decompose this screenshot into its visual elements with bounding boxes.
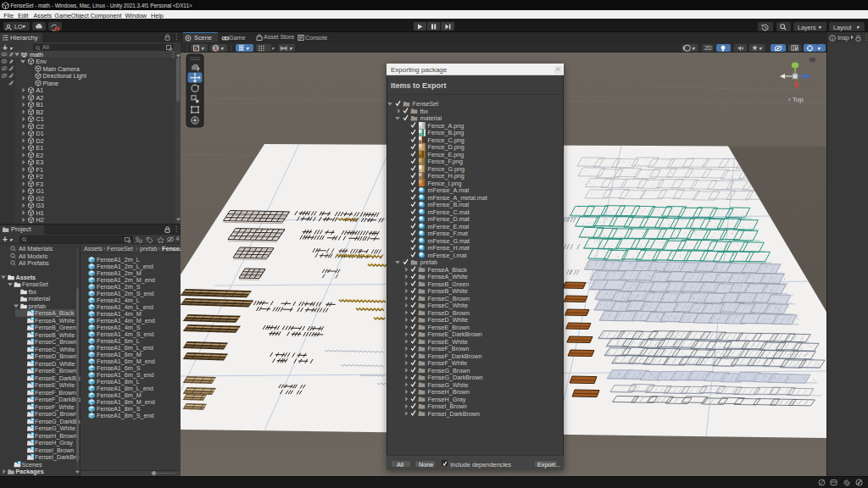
svg-text:‹ Top: ‹ Top: [788, 96, 804, 103]
